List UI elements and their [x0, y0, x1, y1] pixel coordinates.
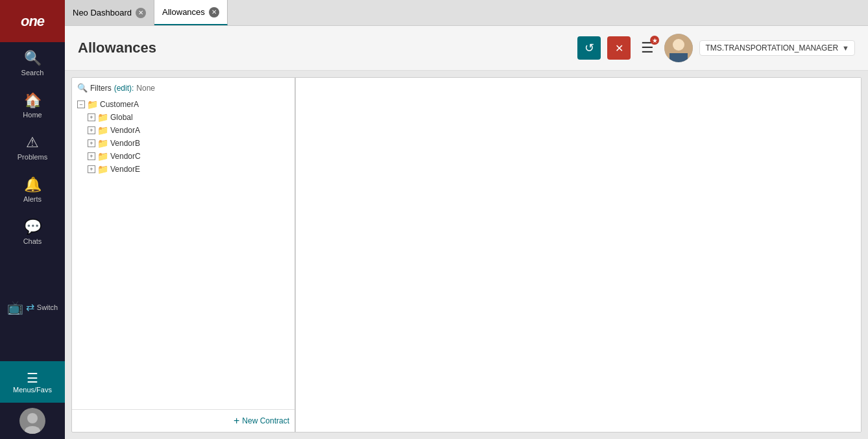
search-icon: 🔍 [24, 50, 42, 67]
main-area: Neo Dashboard ✕ Allowances ✕ Allowances … [65, 0, 868, 439]
tab-bar: Neo Dashboard ✕ Allowances ✕ [65, 0, 868, 26]
tree-item-customerA[interactable]: − 📁 CustomerA [77, 98, 289, 111]
tree-item-vendorC[interactable]: + 📁 VendorC [88, 150, 289, 163]
home-icon: 🏠 [24, 92, 42, 109]
tree-label-global: Global [110, 113, 133, 122]
tree-label-customerA: CustomerA [100, 100, 139, 109]
refresh-button[interactable]: ↺ [577, 36, 601, 60]
tree-label-vendorC: VendorC [110, 152, 141, 161]
tree-toggle-vendorE[interactable]: + [88, 165, 95, 173]
sidebar-avatar[interactable] [0, 403, 65, 439]
tree-root: − 📁 CustomerA + 📁 Global [77, 98, 289, 176]
tab-close-allowances[interactable]: ✕ [209, 7, 219, 18]
tab-label: Neo Dashboard [73, 8, 132, 18]
plus-icon: + [234, 415, 239, 427]
sidebar: one 🔍 Search 🏠 Home ⚠ Problems 🔔 Alerts … [0, 0, 65, 439]
tree-panel: 🔍 Filters (edit): None − 📁 CustomerA [72, 78, 296, 432]
sidebar-item-alerts[interactable]: 🔔 Alerts [0, 169, 65, 211]
tree-item-vendorE[interactable]: + 📁 VendorE [88, 163, 289, 176]
sidebar-item-problems[interactable]: ⚠ Problems [0, 126, 65, 169]
folder-icon-customerA: 📁 [87, 99, 98, 110]
menu-button[interactable]: ☰ ★ [637, 37, 658, 59]
sidebar-item-chats[interactable]: 💬 Chats [0, 211, 65, 253]
switch-label: Switch [37, 303, 58, 311]
tree-item-global[interactable]: + 📁 Global [88, 111, 289, 124]
folder-icon-vendorB: 📁 [97, 138, 108, 148]
folder-icon-vendorE: 📁 [97, 164, 108, 174]
tree-item-vendorA[interactable]: + 📁 VendorA [88, 124, 289, 137]
tree-label-vendorE: VendorE [110, 165, 140, 174]
new-contract-link[interactable]: + New Contract [234, 415, 289, 427]
right-panel [296, 78, 861, 432]
filter-search-icon: 🔍 [77, 83, 88, 93]
content-panel: 🔍 Filters (edit): None − 📁 CustomerA [71, 77, 862, 433]
tree-section: 🔍 Filters (edit): None − 📁 CustomerA [72, 78, 861, 432]
hamburger-icon: ☰ [27, 370, 38, 386]
tab-label: Allowances [162, 7, 205, 17]
tree-toggle-customerA[interactable]: − [77, 101, 85, 108]
sidebar-item-home[interactable]: 🏠 Home [0, 84, 65, 126]
tab-neo-dashboard[interactable]: Neo Dashboard ✕ [65, 0, 154, 25]
warning-icon: ⚠ [26, 134, 39, 151]
folder-icon-vendorA: 📁 [97, 125, 108, 136]
bell-icon: 🔔 [24, 176, 42, 193]
close-icon: ✕ [615, 42, 623, 54]
tree-toggle-vendorA[interactable]: + [88, 126, 95, 134]
content-area: 🔍 Filters (edit): None − 📁 CustomerA [65, 71, 868, 439]
tab-allowances[interactable]: Allowances ✕ [154, 0, 228, 25]
tree-toggle-global[interactable]: + [88, 113, 95, 121]
folder-icon-global: 📁 [97, 112, 108, 123]
sidebar-item-label: Home [23, 111, 42, 119]
filters-label: Filters [90, 84, 112, 93]
page-header: Allowances ↺ ✕ ☰ ★ [65, 26, 868, 71]
user-dropdown[interactable]: TMS.TRANSPORTATION_MANAGER ▼ [699, 40, 855, 56]
menus-favs-label: Menus/Favs [13, 386, 52, 394]
dropdown-arrow-icon: ▼ [842, 44, 849, 52]
sidebar-item-menus-favs[interactable]: ☰ Menus/Favs [0, 361, 65, 403]
filters-row: 🔍 Filters (edit): None [77, 83, 289, 93]
folder-icon-vendorC: 📁 [97, 151, 108, 161]
tree-toggle-vendorB[interactable]: + [88, 139, 95, 147]
chat-icon: 💬 [24, 219, 42, 235]
sidebar-item-label: Search [21, 69, 44, 77]
user-avatar [664, 34, 693, 62]
tree-inner: 🔍 Filters (edit): None − 📁 CustomerA [72, 78, 295, 409]
svg-point-1 [27, 413, 38, 423]
sidebar-item-switch[interactable]: 📺 ⇄ Switch [0, 294, 65, 320]
user-name-label: TMS.TRANSPORTATION_MANAGER [705, 43, 838, 53]
tree-label-vendorA: VendorA [110, 126, 140, 135]
tree-children-customerA: + 📁 Global + 📁 VendorA [88, 111, 289, 176]
refresh-icon: ↺ [585, 41, 594, 55]
svg-point-4 [673, 39, 684, 51]
sidebar-item-label: Alerts [23, 195, 42, 203]
logo-text: one [21, 13, 44, 30]
switch-icon-1: 📺 [7, 300, 23, 315]
avatar-image [19, 408, 45, 434]
sidebar-item-label: Problems [18, 153, 47, 161]
star-icon: ★ [652, 37, 658, 44]
switch-icon-2: ⇄ [26, 301, 34, 313]
app-logo[interactable]: one [0, 0, 65, 42]
filters-value: None [136, 84, 155, 93]
sidebar-item-label: Chats [23, 237, 42, 245]
tree-toggle-vendorC[interactable]: + [88, 152, 95, 160]
page-title: Allowances [78, 40, 156, 56]
tree-bottom: + New Contract [72, 409, 295, 432]
tree-item-vendorB[interactable]: + 📁 VendorB [88, 137, 289, 150]
tree-label-vendorB: VendorB [110, 139, 140, 148]
filters-edit-link[interactable]: (edit): [114, 84, 134, 93]
new-contract-label: New Contract [242, 416, 289, 425]
sidebar-item-search[interactable]: 🔍 Search [0, 42, 65, 84]
svg-rect-6 [669, 53, 688, 62]
notification-badge: ★ [650, 36, 659, 45]
close-button[interactable]: ✕ [607, 36, 631, 60]
tab-close-neo-dashboard[interactable]: ✕ [136, 8, 146, 18]
header-actions: ↺ ✕ ☰ ★ TMS.TRANSPORTATION_MAN [577, 34, 855, 62]
